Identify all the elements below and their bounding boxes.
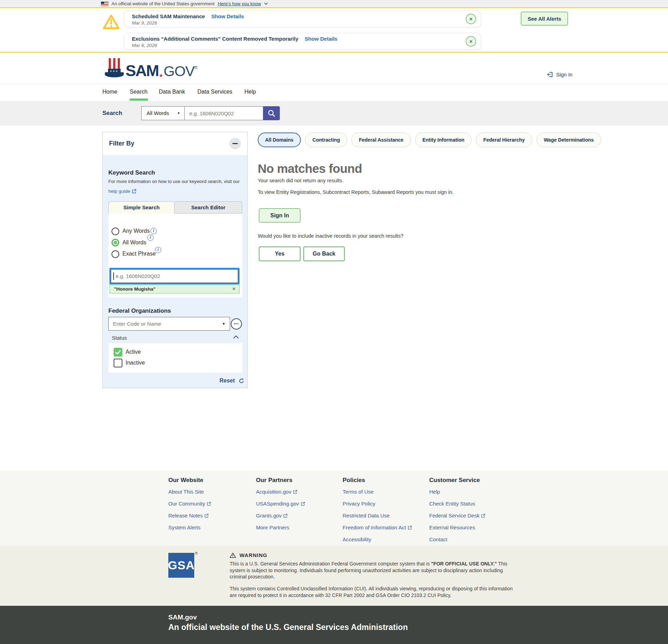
radio-all-words[interactable] xyxy=(112,239,119,246)
sign-in-button[interactable]: Sign In xyxy=(259,208,301,223)
gov-banner: An official website of the United States… xyxy=(0,0,668,7)
footer-link[interactable]: USASpending.gov xyxy=(256,501,305,507)
checkbox-active[interactable] xyxy=(114,348,122,357)
chevron-up-icon[interactable] xyxy=(233,335,239,339)
warning-triangle-icon xyxy=(103,14,120,30)
radio-any-words[interactable] xyxy=(112,228,119,235)
radio-exact-phrase[interactable] xyxy=(112,250,119,258)
sam-gov-logo[interactable]: ★ ★ ★ SAM ★ GOV ® xyxy=(104,57,197,79)
nav-home[interactable]: Home xyxy=(102,89,117,95)
warning-paragraph: This is a U.S. General Services Administ… xyxy=(230,561,517,580)
alert-show-details-link[interactable]: Show Details xyxy=(211,13,244,19)
federal-organizations-select[interactable]: Enter Code or Name ▼ xyxy=(108,317,230,331)
info-icon[interactable]: i xyxy=(155,247,161,253)
footer-link[interactable]: Terms of Use xyxy=(343,489,373,495)
alert-close-button[interactable]: ✕ xyxy=(466,14,476,24)
footer-link[interactable]: About This Site xyxy=(168,489,204,495)
footer-link[interactable]: Restricted Data Use xyxy=(343,513,390,518)
status-options: Active Inactive xyxy=(108,343,242,373)
how-you-know-link[interactable]: Here’s how you know xyxy=(218,1,261,6)
remove-tag-button[interactable]: ✕ xyxy=(232,285,236,293)
checkbox-inactive-label: Inactive xyxy=(126,360,145,366)
alert-title: Exclusions “Additional Comments” Content… xyxy=(132,36,298,42)
keyword-input[interactable] xyxy=(111,269,238,283)
reset-filters[interactable]: Reset xyxy=(220,378,244,384)
search-button[interactable] xyxy=(263,106,280,120)
alert-show-details-link[interactable]: Show Details xyxy=(305,36,337,42)
footer-link[interactable]: More Partners xyxy=(256,524,289,530)
alert-date: Mar 6, 2026 xyxy=(132,43,481,48)
nav-data-services[interactable]: Data Services xyxy=(197,89,232,95)
checkbox-inactive[interactable] xyxy=(114,359,122,367)
federal-organizations-heading: Federal Organizations xyxy=(108,307,171,314)
alert-close-button[interactable]: ✕ xyxy=(466,36,476,47)
domain-all-domains[interactable]: All Domains xyxy=(258,133,301,147)
domain-federal-hierarchy[interactable]: Federal Hierarchy xyxy=(476,133,532,147)
domain-wage-determinations[interactable]: Wage Determinations xyxy=(537,133,601,147)
tab-simple-search[interactable]: Simple Search xyxy=(108,201,175,213)
footer-link[interactable]: Help xyxy=(429,489,440,495)
help-guide-link[interactable]: help guide xyxy=(108,189,130,194)
domain-entity-information[interactable]: Entity Information xyxy=(415,133,472,147)
bottom-footer: SAM.gov An official website of the U.S. … xyxy=(0,606,668,644)
tab-search-editor[interactable]: Search Editor xyxy=(175,201,242,213)
nav-data-bank[interactable]: Data Bank xyxy=(159,89,185,95)
nav-search[interactable]: Search xyxy=(130,89,148,95)
warning-paragraph: This system contains Controlled Unclassi… xyxy=(230,585,517,598)
footer-link[interactable]: Privacy Policy xyxy=(343,501,375,507)
search-icon xyxy=(268,109,275,117)
active-nav-indicator xyxy=(130,99,148,101)
alerts-section: Scheduled SAM Maintenance Show Details M… xyxy=(0,8,668,52)
header-divider xyxy=(0,84,668,84)
radio-exact-phrase-label: Exact Phrase xyxy=(122,251,156,257)
collapse-filters-button[interactable] xyxy=(229,138,241,149)
external-link-icon xyxy=(207,502,211,506)
footer-link[interactable]: Our Community xyxy=(168,501,211,507)
external-link-icon xyxy=(481,514,485,518)
no-results-text: Your search did not return any results. xyxy=(258,178,344,183)
filter-panel: Filter By Keyword Search For more inform… xyxy=(102,132,248,388)
footer-link[interactable]: System Alerts xyxy=(168,524,201,530)
external-link-icon xyxy=(408,526,412,530)
go-back-button[interactable]: Go Back xyxy=(303,246,345,261)
footer-link[interactable]: Acquisition.gov xyxy=(256,489,297,495)
footer-link[interactable]: Grants.gov xyxy=(256,513,288,518)
info-icon[interactable]: i xyxy=(150,228,157,234)
logo-sam-text: SAM xyxy=(126,63,158,79)
see-all-alerts-button[interactable]: See All Alerts xyxy=(521,12,568,26)
info-icon[interactable]: i xyxy=(147,235,154,241)
gsa-warning-section: GSA ® WARNING This is a U.S. General Ser… xyxy=(0,546,668,606)
more-options-button[interactable]: ••• xyxy=(231,318,242,330)
footer-link[interactable]: Accessibility xyxy=(343,536,371,542)
footer-link[interactable]: Federal Service Desk xyxy=(429,513,485,518)
alert-title: Scheduled SAM Maintenance xyxy=(132,13,205,19)
simple-search-panel: Any Words i All Words i Exact Phrase i "… xyxy=(108,213,242,297)
us-flag-icon xyxy=(101,2,108,6)
footer-link[interactable]: Release Notes xyxy=(168,513,209,518)
alert-card: Scheduled SAM Maintenance Show Details M… xyxy=(124,11,481,27)
logo-gov-text: GOV xyxy=(164,64,195,79)
search-mode-select[interactable]: All Words ▼ xyxy=(141,106,185,120)
reset-icon xyxy=(238,378,244,384)
footer-link[interactable]: Freedom of Information Act xyxy=(343,524,412,530)
alert-date: Mar 9, 2026 xyxy=(132,20,481,26)
domain-contracting[interactable]: Contracting xyxy=(305,133,348,147)
search-input[interactable] xyxy=(184,106,263,120)
text-caret xyxy=(113,272,114,280)
search-bar-section xyxy=(0,101,668,126)
warning-heading: WARNING xyxy=(230,552,268,558)
gov-banner-text: An official website of the United States… xyxy=(112,1,215,6)
footer-link[interactable]: External Resources xyxy=(429,524,475,530)
nav-help[interactable]: Help xyxy=(244,89,256,95)
search-bar-label: Search xyxy=(102,110,122,117)
footer-site-name: SAM.gov xyxy=(168,614,197,621)
yes-button[interactable]: Yes xyxy=(259,246,301,261)
domain-federal-assistance[interactable]: Federal Assistance xyxy=(351,133,411,147)
domain-tabs: All Domains Contracting Federal Assistan… xyxy=(258,133,601,147)
sign-in-link[interactable]: Sign In xyxy=(547,72,573,77)
alert-card: Exclusions “Additional Comments” Content… xyxy=(124,33,481,50)
footer-link[interactable]: Contact xyxy=(429,536,447,542)
footer-link[interactable]: Check Entity Status xyxy=(429,501,475,507)
footer-col-heading: Our Partners xyxy=(256,477,292,484)
keyword-search-heading: Keyword Search xyxy=(108,169,155,176)
